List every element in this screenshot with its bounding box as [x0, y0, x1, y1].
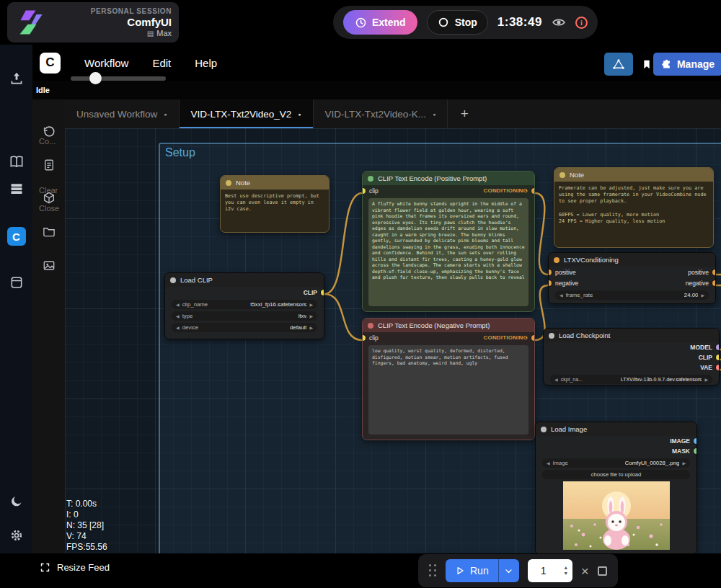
tab-vid-ltx-txt2video-v2[interactable]: VID-LTX-Txt2Video_V2 ● [180, 99, 314, 128]
vae-output-port[interactable] [716, 365, 720, 370]
conditioning-output-port[interactable] [531, 188, 535, 194]
node-header[interactable]: Note [554, 168, 713, 182]
queue-icon[interactable] [9, 182, 24, 196]
prev-icon[interactable]: ◀ [176, 325, 180, 330]
image-gallery-icon[interactable] [42, 259, 56, 272]
node-collapse-dot[interactable] [541, 427, 547, 432]
node-collapse-dot[interactable] [559, 172, 565, 178]
new-tab-button[interactable]: + [448, 99, 481, 128]
prev-icon[interactable]: ◀ [176, 313, 180, 318]
node-load-checkpoint[interactable]: Load Checkpoint MODEL CLIP VAE ◀ ckpt_na… [543, 328, 720, 386]
note-text[interactable]: Framerate can be adjusted, just make sur… [554, 182, 713, 228]
widget-clip-name[interactable]: ◀ clip_name t5xxl_fp16.safetensors ▶ [172, 300, 317, 309]
clip-input-port[interactable] [362, 188, 366, 194]
node-collapse-dot[interactable] [549, 333, 554, 339]
settings-gear-icon[interactable] [9, 528, 24, 543]
history-icon[interactable] [42, 125, 56, 138]
manage-button[interactable]: Manage [653, 53, 721, 76]
document-icon[interactable] [43, 159, 56, 172]
negative-input-port[interactable] [548, 280, 552, 286]
upload-icon[interactable] [9, 71, 24, 86]
group-title[interactable]: Setup [160, 144, 721, 161]
node-graph-canvas[interactable]: Setup Note Best use descriptive prompt, … [65, 128, 721, 553]
drag-handle[interactable] [429, 564, 437, 577]
node-clip-text-encode-negative[interactable]: CLIP Text Encode (Negative Prompt) clip … [362, 318, 535, 440]
node-header[interactable]: Note [221, 176, 329, 190]
clip-output-port[interactable] [716, 355, 720, 360]
prompt-textarea[interactable]: A fluffy white bunny stands upright in t… [368, 198, 528, 306]
node-header[interactable]: Load Checkpoint [544, 329, 719, 342]
note-text[interactable]: Best use descriptive prompt, but you can… [221, 190, 329, 217]
node-header[interactable]: Load CLIP [165, 273, 324, 287]
next-icon[interactable]: ▶ [309, 313, 313, 318]
slider-knob[interactable] [89, 72, 102, 84]
node-collapse-dot[interactable] [226, 180, 231, 186]
widget-frame-rate[interactable]: ◀ frame_rate 24.00 ▶ [555, 290, 709, 300]
tab-unsaved-workflow[interactable]: Unsaved Workflow ● [65, 99, 180, 128]
node-ltxv-conditioning[interactable]: LTXVConditioning positive positive negat… [548, 252, 716, 304]
node-collapse-dot[interactable] [170, 277, 176, 283]
extend-button[interactable]: Extend [343, 10, 417, 35]
comfyui-logo-icon[interactable]: C [7, 227, 26, 246]
node-collapse-dot[interactable] [368, 176, 373, 182]
next-icon[interactable]: ▶ [309, 302, 313, 307]
step-down-icon[interactable]: ▾ [565, 571, 567, 576]
library-icon[interactable] [9, 154, 24, 169]
close-toolbar-icon[interactable]: × [581, 564, 589, 578]
folder-icon[interactable] [42, 225, 56, 239]
node-load-image[interactable]: Load Image IMAGE MASK ◀ image ComfyUI_00… [535, 422, 697, 553]
menu-edit[interactable]: Edit [152, 57, 171, 69]
info-icon[interactable]: i [575, 17, 588, 29]
conditioning-output-port[interactable] [531, 335, 535, 341]
node-header[interactable]: Load Image [536, 422, 696, 436]
window-icon[interactable] [9, 275, 24, 290]
resize-feed-button[interactable]: Resize Feed [40, 562, 110, 573]
node-collapse-dot[interactable] [368, 323, 373, 329]
image-output-port[interactable] [694, 438, 697, 444]
clip-output-port[interactable] [321, 290, 324, 295]
prev-icon[interactable]: ◀ [559, 293, 563, 298]
node-header[interactable]: CLIP Text Encode (Positive Prompt) [363, 172, 534, 185]
node-note[interactable]: Note Best use descriptive prompt, but yo… [220, 175, 329, 233]
prev-icon[interactable]: ◀ [176, 302, 180, 307]
node-header[interactable]: LTXVConditioning [549, 253, 715, 267]
menu-workflow[interactable]: Workflow [84, 57, 128, 69]
templates-button[interactable] [604, 53, 633, 76]
model-output-port[interactable] [716, 344, 720, 350]
node-load-clip[interactable]: Load CLIP CLIP ◀ clip_name t5xxl_fp16.sa… [164, 272, 324, 339]
menu-help[interactable]: Help [195, 57, 217, 69]
next-icon[interactable]: ▶ [701, 293, 704, 298]
next-icon[interactable]: ▶ [309, 325, 313, 330]
stop-session-button[interactable]: Stop [427, 10, 488, 35]
prev-icon[interactable]: ◀ [547, 460, 550, 466]
prev-icon[interactable]: ◀ [554, 377, 558, 382]
batch-count-input[interactable]: 1 ▴ ▾ [528, 559, 572, 582]
next-icon[interactable]: ▶ [682, 460, 686, 466]
node-clip-text-encode-positive[interactable]: CLIP Text Encode (Positive Prompt) clip … [362, 171, 535, 312]
widget-type[interactable]: ◀ type ltxv ▶ [172, 311, 317, 321]
widget-image[interactable]: ◀ image ComfyUI_00028_.png ▶ [542, 458, 690, 468]
ghost-menu-close[interactable]: Close [39, 204, 59, 213]
widget-device[interactable]: ◀ device default ▶ [172, 323, 317, 332]
stop-run-icon[interactable] [598, 566, 607, 576]
prompt-textarea[interactable]: low quality, worst quality, deformed, di… [368, 345, 528, 435]
widget-ckpt-name[interactable]: ◀ ckpt_na... LTXV/ltxv-13b-0.9.7-dev.saf… [550, 375, 712, 384]
node-note-framerate[interactable]: Note Framerate can be adjusted, just mak… [554, 167, 714, 248]
opacity-slider[interactable] [71, 76, 166, 81]
image-preview[interactable] [536, 481, 696, 550]
comfyui-menu-logo[interactable]: C [40, 53, 61, 74]
tab-vid-ltx-txt2video-k[interactable]: VID-LTX-Txt2Video-K... ● [314, 99, 448, 128]
run-button[interactable]: Run [446, 559, 498, 582]
positive-input-port[interactable] [548, 270, 552, 275]
eye-icon[interactable] [552, 15, 566, 30]
run-options-caret[interactable] [498, 559, 519, 582]
package-icon[interactable] [42, 191, 56, 205]
choose-file-button[interactable]: choose file to upload [542, 470, 690, 479]
theme-moon-icon[interactable] [9, 494, 23, 508]
node-collapse-dot[interactable] [554, 257, 559, 263]
clip-input-port[interactable] [362, 335, 366, 341]
batch-stepper[interactable]: ▴ ▾ [559, 565, 572, 576]
node-header[interactable]: CLIP Text Encode (Negative Prompt) [363, 318, 534, 332]
negative-output-port[interactable] [712, 280, 716, 286]
next-icon[interactable]: ▶ [704, 377, 708, 382]
